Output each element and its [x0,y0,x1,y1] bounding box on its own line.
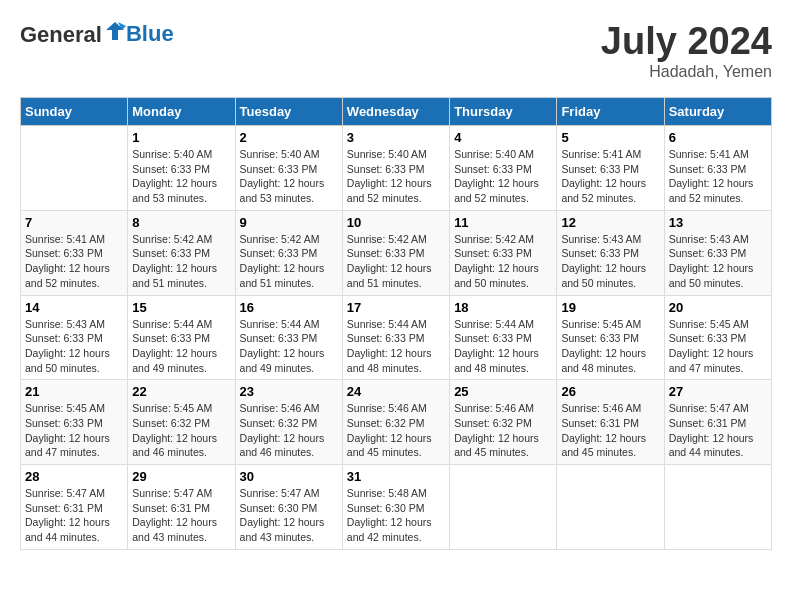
day-number: 17 [347,300,445,315]
day-number: 12 [561,215,659,230]
day-number: 4 [454,130,552,145]
day-header-thursday: Thursday [450,98,557,126]
day-info: Sunrise: 5:45 AMSunset: 6:32 PMDaylight:… [132,401,230,460]
calendar-week-row: 21Sunrise: 5:45 AMSunset: 6:33 PMDayligh… [21,380,772,465]
day-info: Sunrise: 5:42 AMSunset: 6:33 PMDaylight:… [132,232,230,291]
day-info: Sunrise: 5:47 AMSunset: 6:31 PMDaylight:… [132,486,230,545]
day-info: Sunrise: 5:43 AMSunset: 6:33 PMDaylight:… [25,317,123,376]
calendar-day-cell: 12Sunrise: 5:43 AMSunset: 6:33 PMDayligh… [557,210,664,295]
day-info: Sunrise: 5:42 AMSunset: 6:33 PMDaylight:… [240,232,338,291]
day-header-tuesday: Tuesday [235,98,342,126]
day-number: 28 [25,469,123,484]
calendar-day-cell: 21Sunrise: 5:45 AMSunset: 6:33 PMDayligh… [21,380,128,465]
logo-bird-icon [104,20,126,46]
day-header-monday: Monday [128,98,235,126]
calendar-day-cell: 18Sunrise: 5:44 AMSunset: 6:33 PMDayligh… [450,295,557,380]
day-number: 25 [454,384,552,399]
calendar-day-cell [557,465,664,550]
calendar-day-cell: 6Sunrise: 5:41 AMSunset: 6:33 PMDaylight… [664,126,771,211]
location-subtitle: Hadadah, Yemen [601,63,772,81]
day-info: Sunrise: 5:48 AMSunset: 6:30 PMDaylight:… [347,486,445,545]
calendar-day-cell: 14Sunrise: 5:43 AMSunset: 6:33 PMDayligh… [21,295,128,380]
day-number: 10 [347,215,445,230]
day-info: Sunrise: 5:43 AMSunset: 6:33 PMDaylight:… [561,232,659,291]
day-info: Sunrise: 5:41 AMSunset: 6:33 PMDaylight:… [25,232,123,291]
day-info: Sunrise: 5:46 AMSunset: 6:32 PMDaylight:… [240,401,338,460]
calendar-week-row: 1Sunrise: 5:40 AMSunset: 6:33 PMDaylight… [21,126,772,211]
logo-text-blue: Blue [126,21,174,46]
day-number: 22 [132,384,230,399]
day-number: 8 [132,215,230,230]
calendar-day-cell [450,465,557,550]
calendar-week-row: 7Sunrise: 5:41 AMSunset: 6:33 PMDaylight… [21,210,772,295]
calendar-day-cell: 2Sunrise: 5:40 AMSunset: 6:33 PMDaylight… [235,126,342,211]
day-number: 11 [454,215,552,230]
calendar-day-cell: 13Sunrise: 5:43 AMSunset: 6:33 PMDayligh… [664,210,771,295]
title-section: July 2024 Hadadah, Yemen [601,20,772,81]
day-number: 26 [561,384,659,399]
day-info: Sunrise: 5:44 AMSunset: 6:33 PMDaylight:… [132,317,230,376]
calendar-day-cell: 26Sunrise: 5:46 AMSunset: 6:31 PMDayligh… [557,380,664,465]
month-year-title: July 2024 [601,20,772,63]
calendar-day-cell: 17Sunrise: 5:44 AMSunset: 6:33 PMDayligh… [342,295,449,380]
day-info: Sunrise: 5:40 AMSunset: 6:33 PMDaylight:… [454,147,552,206]
day-header-friday: Friday [557,98,664,126]
calendar-day-cell: 28Sunrise: 5:47 AMSunset: 6:31 PMDayligh… [21,465,128,550]
day-info: Sunrise: 5:46 AMSunset: 6:31 PMDaylight:… [561,401,659,460]
day-number: 3 [347,130,445,145]
calendar-day-cell: 29Sunrise: 5:47 AMSunset: 6:31 PMDayligh… [128,465,235,550]
calendar-day-cell: 23Sunrise: 5:46 AMSunset: 6:32 PMDayligh… [235,380,342,465]
calendar-day-cell: 16Sunrise: 5:44 AMSunset: 6:33 PMDayligh… [235,295,342,380]
day-info: Sunrise: 5:45 AMSunset: 6:33 PMDaylight:… [561,317,659,376]
calendar-day-cell: 4Sunrise: 5:40 AMSunset: 6:33 PMDaylight… [450,126,557,211]
calendar-week-row: 14Sunrise: 5:43 AMSunset: 6:33 PMDayligh… [21,295,772,380]
day-info: Sunrise: 5:44 AMSunset: 6:33 PMDaylight:… [240,317,338,376]
day-number: 14 [25,300,123,315]
calendar-day-cell: 3Sunrise: 5:40 AMSunset: 6:33 PMDaylight… [342,126,449,211]
day-number: 20 [669,300,767,315]
day-info: Sunrise: 5:42 AMSunset: 6:33 PMDaylight:… [347,232,445,291]
calendar-week-row: 28Sunrise: 5:47 AMSunset: 6:31 PMDayligh… [21,465,772,550]
logo-text-general: General [20,22,102,47]
day-number: 24 [347,384,445,399]
day-number: 6 [669,130,767,145]
calendar-day-cell: 11Sunrise: 5:42 AMSunset: 6:33 PMDayligh… [450,210,557,295]
day-number: 23 [240,384,338,399]
day-number: 1 [132,130,230,145]
calendar-day-cell [21,126,128,211]
day-number: 19 [561,300,659,315]
calendar-day-cell: 30Sunrise: 5:47 AMSunset: 6:30 PMDayligh… [235,465,342,550]
page-header: General Blue July 2024 Hadadah, Yemen [20,20,772,81]
calendar-day-cell: 19Sunrise: 5:45 AMSunset: 6:33 PMDayligh… [557,295,664,380]
day-number: 21 [25,384,123,399]
calendar-day-cell: 1Sunrise: 5:40 AMSunset: 6:33 PMDaylight… [128,126,235,211]
day-number: 16 [240,300,338,315]
day-info: Sunrise: 5:44 AMSunset: 6:33 PMDaylight:… [454,317,552,376]
calendar-header-row: SundayMondayTuesdayWednesdayThursdayFrid… [21,98,772,126]
day-info: Sunrise: 5:40 AMSunset: 6:33 PMDaylight:… [347,147,445,206]
day-info: Sunrise: 5:42 AMSunset: 6:33 PMDaylight:… [454,232,552,291]
day-info: Sunrise: 5:43 AMSunset: 6:33 PMDaylight:… [669,232,767,291]
calendar-day-cell: 9Sunrise: 5:42 AMSunset: 6:33 PMDaylight… [235,210,342,295]
calendar-day-cell: 25Sunrise: 5:46 AMSunset: 6:32 PMDayligh… [450,380,557,465]
calendar-day-cell: 15Sunrise: 5:44 AMSunset: 6:33 PMDayligh… [128,295,235,380]
day-number: 7 [25,215,123,230]
day-info: Sunrise: 5:40 AMSunset: 6:33 PMDaylight:… [132,147,230,206]
day-info: Sunrise: 5:45 AMSunset: 6:33 PMDaylight:… [669,317,767,376]
day-info: Sunrise: 5:47 AMSunset: 6:31 PMDaylight:… [25,486,123,545]
calendar-day-cell: 31Sunrise: 5:48 AMSunset: 6:30 PMDayligh… [342,465,449,550]
day-number: 9 [240,215,338,230]
day-info: Sunrise: 5:47 AMSunset: 6:31 PMDaylight:… [669,401,767,460]
day-info: Sunrise: 5:40 AMSunset: 6:33 PMDaylight:… [240,147,338,206]
day-info: Sunrise: 5:44 AMSunset: 6:33 PMDaylight:… [347,317,445,376]
day-number: 15 [132,300,230,315]
calendar-day-cell: 5Sunrise: 5:41 AMSunset: 6:33 PMDaylight… [557,126,664,211]
day-info: Sunrise: 5:41 AMSunset: 6:33 PMDaylight:… [561,147,659,206]
calendar-day-cell: 7Sunrise: 5:41 AMSunset: 6:33 PMDaylight… [21,210,128,295]
calendar-day-cell [664,465,771,550]
day-info: Sunrise: 5:47 AMSunset: 6:30 PMDaylight:… [240,486,338,545]
calendar-day-cell: 27Sunrise: 5:47 AMSunset: 6:31 PMDayligh… [664,380,771,465]
day-info: Sunrise: 5:45 AMSunset: 6:33 PMDaylight:… [25,401,123,460]
day-number: 27 [669,384,767,399]
day-header-sunday: Sunday [21,98,128,126]
